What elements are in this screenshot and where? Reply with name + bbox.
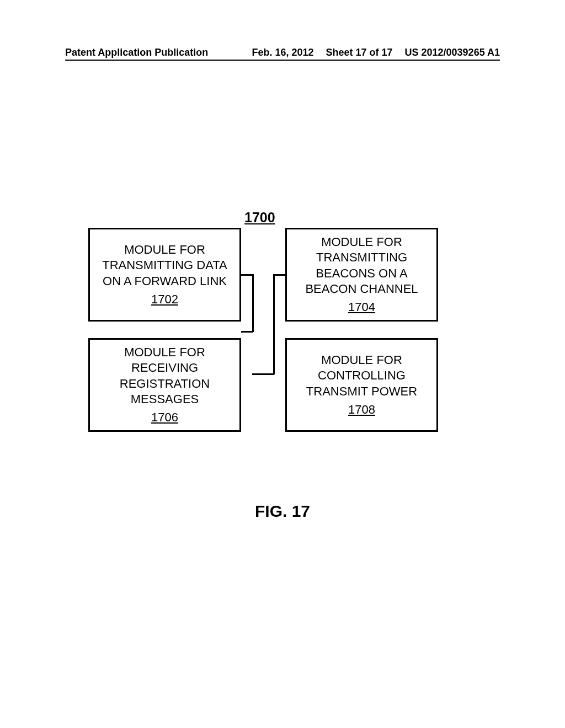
sheet-number: Sheet 17 of 17 bbox=[326, 47, 392, 58]
publication-date: Feb. 16, 2012 bbox=[252, 47, 313, 58]
module-ref: 1704 bbox=[348, 299, 375, 315]
module-label: MODULE FOR CONTROLLING TRANSMIT POWER bbox=[292, 352, 431, 400]
publication-number: US 2012/0039265 A1 bbox=[405, 47, 500, 58]
connector bbox=[252, 274, 254, 332]
page-header: Patent Application Publication Feb. 16, … bbox=[65, 47, 500, 58]
figure-caption: FIG. 17 bbox=[0, 502, 565, 521]
connector bbox=[252, 373, 274, 375]
module-label: MODULE FOR TRANSMITTING DATA ON A FORWAR… bbox=[95, 242, 234, 290]
connector bbox=[273, 274, 285, 276]
module-label: MODULE FOR RECEIVING REGISTRATION MESSAG… bbox=[95, 345, 234, 408]
connector bbox=[241, 274, 253, 276]
header-right: Feb. 16, 2012 Sheet 17 of 17 US 2012/003… bbox=[252, 47, 500, 58]
diagram-container: MODULE FOR TRANSMITTING DATA ON A FORWAR… bbox=[88, 228, 438, 432]
module-ref: 1702 bbox=[151, 292, 178, 308]
connector bbox=[241, 331, 253, 333]
diagram-main-ref: 1700 bbox=[244, 210, 275, 226]
module-transmit-beacons: MODULE FOR TRANSMITTING BEACONS ON A BEA… bbox=[285, 228, 438, 322]
header-divider bbox=[65, 60, 500, 61]
module-ref: 1706 bbox=[151, 410, 178, 426]
module-ref: 1708 bbox=[348, 402, 375, 418]
module-receive-registration: MODULE FOR RECEIVING REGISTRATION MESSAG… bbox=[88, 338, 241, 432]
module-control-power: MODULE FOR CONTROLLING TRANSMIT POWER 17… bbox=[285, 338, 438, 432]
module-transmit-data: MODULE FOR TRANSMITTING DATA ON A FORWAR… bbox=[88, 228, 241, 322]
publication-type: Patent Application Publication bbox=[65, 47, 208, 58]
connector bbox=[273, 274, 275, 374]
module-label: MODULE FOR TRANSMITTING BEACONS ON A BEA… bbox=[292, 234, 431, 297]
module-grid: MODULE FOR TRANSMITTING DATA ON A FORWAR… bbox=[88, 228, 438, 432]
